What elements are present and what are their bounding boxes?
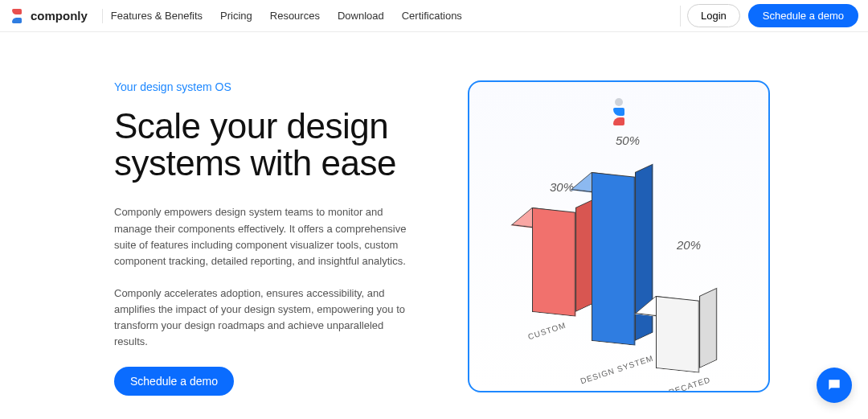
- chat-icon: [826, 377, 842, 393]
- schedule-demo-button[interactable]: Schedule a demo: [748, 4, 858, 27]
- bar-value-3: 20%: [677, 238, 701, 252]
- hero-copy: Your design system OS Scale your design …: [114, 80, 436, 396]
- nav-features[interactable]: Features & Benefits: [111, 10, 203, 22]
- nav-divider: [680, 6, 681, 27]
- top-nav: componly Features & Benefits Pricing Res…: [0, 0, 868, 32]
- hero-chart-card: 30% 50% 20% CUSTOM DESIGN SYSTEM DEPRECA…: [468, 80, 770, 392]
- brand-logo-icon: [10, 9, 26, 23]
- hero-paragraph-2: Componly accelerates adoption, ensures a…: [114, 285, 420, 351]
- nav-download[interactable]: Download: [338, 10, 384, 22]
- nav-certifications[interactable]: Certifications: [402, 10, 462, 22]
- bar-label-3: DEPRECATED: [649, 375, 711, 392]
- brand[interactable]: componly: [10, 9, 103, 23]
- hero-eyebrow: Your design system OS: [114, 80, 436, 93]
- nav-pricing[interactable]: Pricing: [220, 10, 252, 22]
- chart-bars: 30% 50% 20% CUSTOM DESIGN SYSTEM DEPRECA…: [469, 134, 768, 391]
- hero-paragraph-1: Componly empowers design system teams to…: [114, 204, 420, 269]
- chat-fab[interactable]: [817, 368, 852, 403]
- hero-title: Scale your design systems with ease: [114, 108, 436, 182]
- bar-value-1: 30%: [550, 180, 574, 194]
- bar-label-1: CUSTOM: [527, 321, 567, 342]
- nav-resources[interactable]: Resources: [270, 10, 320, 22]
- bar-label-2: DESIGN SYSTEM: [579, 354, 655, 386]
- login-button[interactable]: Login: [687, 4, 740, 27]
- primary-nav: Features & Benefits Pricing Resources Do…: [111, 10, 462, 22]
- hero-cta-button[interactable]: Schedule a demo: [114, 367, 234, 396]
- bar-value-2: 50%: [616, 134, 640, 147]
- brand-mark-icon: [608, 98, 629, 125]
- brand-name: componly: [31, 9, 88, 23]
- hero: Your design system OS Scale your design …: [0, 32, 868, 396]
